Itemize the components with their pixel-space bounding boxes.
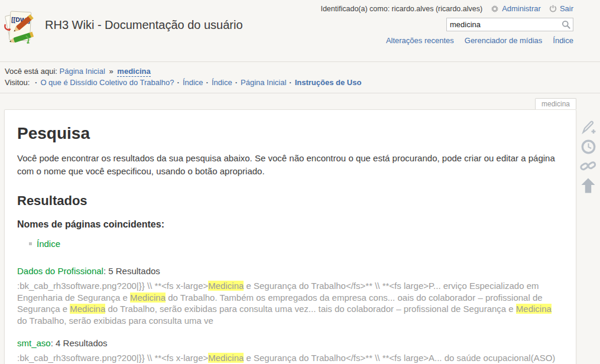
power-icon — [549, 5, 557, 12]
quick-nav-link[interactable]: Índice — [553, 36, 573, 45]
admin-link[interactable]: Administrar — [491, 4, 541, 13]
search-result: Dados do Profissional: 5 Resultados:bk_c… — [17, 266, 563, 326]
search-result-heading: Dados do Profissional: 5 Resultados — [17, 266, 563, 276]
logout-link-label: Sair — [560, 4, 573, 13]
result-count: : 5 Resultados — [103, 266, 160, 276]
search-hit: Medicina — [208, 353, 244, 363]
page-content: Pesquisa Você pode encontrar os resultad… — [4, 109, 576, 364]
trace-separator: · — [177, 78, 180, 87]
result-snippet: :bk_cab_rh3software.png?200|}} \\ **<fs … — [17, 352, 563, 364]
search-icon[interactable] — [562, 20, 571, 30]
trace-links: ·O que é Dissídio Coletivo do Trabalho?·… — [32, 78, 361, 87]
trace-link[interactable]: Página Inicial — [241, 78, 286, 87]
trace-link[interactable]: Índice — [212, 78, 232, 87]
matching-pages-list: Índice — [17, 238, 563, 249]
search-hit: Medicina — [70, 304, 105, 314]
search-input[interactable] — [446, 18, 573, 31]
search-form — [446, 18, 573, 31]
youarehere-row: Você está aqui: Página Inicial » medicin… — [5, 66, 594, 77]
page-name-tab: medicina — [535, 98, 576, 109]
breadcrumb: Você está aqui: Página Inicial » medicin… — [0, 62, 600, 93]
results-heading: Resultados — [17, 193, 563, 209]
snippet-text: do Trabalho, serão exibidas para consult… — [17, 316, 213, 326]
trace-separator: · — [35, 78, 37, 87]
trace-row: Visitou: ·O que é Dissídio Coletivo do T… — [5, 77, 594, 88]
result-snippet: :bk_cab_rh3software.png?200|}} \\ **<fs … — [17, 280, 563, 326]
result-page-link[interactable]: smt_aso — [17, 338, 51, 348]
back-to-top-arrow-icon[interactable] — [580, 177, 596, 194]
dokuwiki-logo-icon[interactable]: [[DW]] — [4, 7, 41, 47]
matching-page-link[interactable]: Índice — [37, 239, 60, 249]
matching-pagenames-heading: Nomes de páginas coincidentes: — [17, 219, 563, 230]
search-hit: Medicina — [208, 281, 244, 291]
trace-label: Visitou: — [5, 78, 30, 87]
quick-nav-link[interactable]: Alterações recentes — [386, 36, 454, 45]
matching-page-item: Índice — [29, 238, 563, 249]
trace-link[interactable]: Índice — [183, 78, 203, 87]
result-page-link[interactable]: Dados do Profissional — [17, 266, 103, 276]
site-header: [[DW]] RH3 Wiki - Documentação do usuári… — [0, 0, 600, 62]
breadcrumb-separator: » — [109, 67, 113, 76]
gear-icon — [491, 5, 499, 13]
quick-nav: Alterações recentesGerenciador de mídias… — [320, 36, 573, 45]
pencil-plus-icon[interactable] — [580, 119, 596, 135]
youarehere-label: Você está aqui: — [5, 67, 57, 76]
logged-in-user-label: Identificado(a) como: ricardo.alves (ric… — [320, 5, 482, 13]
snippet-text: :bk_cab_rh3software.png?200|}} \\ **<fs … — [17, 353, 208, 363]
search-result: smt_aso: 4 Resultados:bk_cab_rh3software… — [17, 338, 563, 364]
search-intro-text: Você pode encontrar os resultados da sua… — [17, 152, 563, 178]
backlinks-chain-icon[interactable] — [580, 158, 596, 174]
trace-link[interactable]: Instruções de Uso — [295, 78, 362, 87]
result-count: : 4 Resultados — [51, 338, 108, 348]
quick-nav-link[interactable]: Gerenciador de mídias — [465, 36, 543, 45]
trace-link[interactable]: O que é Dissídio Coletivo do Trabalho? — [40, 78, 174, 87]
snippet-text: do Trabalho, serão exibidas para consult… — [105, 304, 516, 314]
main-area: medicina Pesquisa Você pode encontrar os… — [4, 109, 576, 364]
trace-separator: · — [206, 78, 209, 87]
clock-icon[interactable] — [580, 138, 596, 155]
search-result-heading: smt_aso: 4 Resultados — [17, 338, 563, 348]
search-hit: Medicina — [130, 292, 166, 303]
snippet-text: :bk_cab_rh3software.png?200|}} \\ **<fs … — [17, 281, 208, 291]
admin-link-label: Administrar — [502, 4, 541, 13]
search-hit: Medicina — [516, 304, 552, 314]
page-title: Pesquisa — [17, 124, 563, 143]
header-right: Identificado(a) como: ricardo.alves (ric… — [320, 4, 573, 45]
trace-separator: · — [289, 78, 291, 87]
site-title[interactable]: RH3 Wiki - Documentação do usuário — [45, 18, 243, 32]
fulltext-results: Dados do Profissional: 5 Resultados:bk_c… — [17, 266, 563, 364]
trace-separator: · — [235, 78, 238, 87]
logout-link[interactable]: Sair — [549, 4, 573, 13]
breadcrumb-current-link[interactable]: medicina — [117, 67, 150, 77]
breadcrumb-home-link[interactable]: Página Inicial — [60, 67, 105, 76]
page-tools — [579, 119, 597, 194]
